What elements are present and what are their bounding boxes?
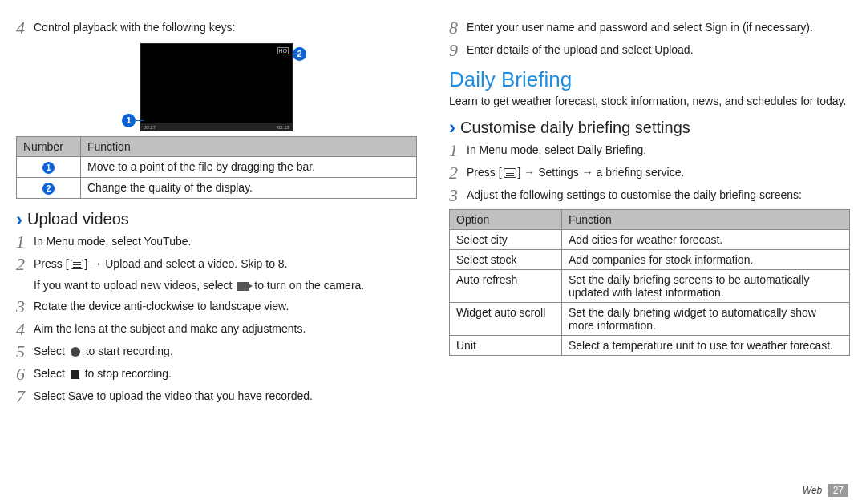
step-8: 8 Enter your user name and password and … bbox=[449, 19, 850, 37]
table-cell: Add cities for weather forecast. bbox=[562, 229, 850, 249]
video-thumbnail-wrap: HQ 00:27 02:13 1 2 bbox=[104, 43, 329, 131]
progress-bar bbox=[141, 123, 292, 131]
step-number: 6 bbox=[16, 365, 34, 383]
table-cell: Select city bbox=[450, 229, 562, 249]
step-text: Aim the lens at the subject and make any… bbox=[34, 321, 306, 337]
table-cell: Move to a point of the file by dragging … bbox=[81, 157, 417, 178]
briefing-settings-table: Option Function Select city Add cities f… bbox=[449, 209, 850, 356]
step-text: Select to start recording. bbox=[34, 343, 173, 359]
step-number: 1 bbox=[449, 142, 467, 159]
playback-keys-table: Number Function 1 Move to a point of the… bbox=[16, 136, 417, 199]
page-number: 27 bbox=[828, 484, 848, 497]
step-number: 9 bbox=[449, 42, 467, 59]
table-cell: Widget auto scroll bbox=[450, 302, 562, 335]
step-2-note: If you want to upload new videos, select… bbox=[34, 278, 417, 293]
table-head-number: Number bbox=[17, 137, 81, 157]
section-label: Web bbox=[803, 485, 822, 496]
step-text: Rotate the device anti-clockwise to land… bbox=[34, 298, 289, 314]
camera-icon bbox=[237, 282, 249, 291]
page: 4 Control playback with the following ke… bbox=[0, 0, 866, 504]
table-row: Select stock Add companies for stock inf… bbox=[450, 249, 850, 269]
step-3: 3 Rotate the device anti-clockwise to la… bbox=[16, 298, 417, 316]
table-cell: Auto refresh bbox=[450, 269, 562, 302]
record-icon bbox=[71, 347, 80, 357]
step-number: 8 bbox=[449, 19, 467, 37]
step-number: 1 bbox=[16, 233, 34, 251]
step-number: 4 bbox=[16, 321, 34, 338]
table-cell: Change the quality of the display. bbox=[81, 178, 417, 199]
right-column: 8 Enter your user name and password and … bbox=[449, 14, 850, 494]
table-head-option: Option bbox=[450, 209, 562, 229]
menu-icon bbox=[504, 168, 516, 178]
db-step-1: 1 In Menu mode, select Daily Briefing. bbox=[449, 142, 850, 159]
step-4-playback: 4 Control playback with the following ke… bbox=[16, 19, 417, 37]
step-1: 1 In Menu mode, select YouTube. bbox=[16, 233, 417, 251]
daily-briefing-intro: Learn to get weather forecast, stock inf… bbox=[449, 94, 850, 109]
step-text: Enter details of the upload and select U… bbox=[467, 42, 694, 58]
step-text: Enter your user name and password and se… bbox=[467, 19, 813, 35]
step-5: 5 Select to start recording. bbox=[16, 343, 417, 361]
table-row: Unit Select a temperature unit to use fo… bbox=[450, 335, 850, 355]
table-cell: Add companies for stock information. bbox=[562, 249, 850, 269]
daily-briefing-heading: Daily Briefing bbox=[449, 67, 850, 92]
step-text: In Menu mode, select Daily Briefing. bbox=[467, 142, 646, 158]
callout-2: 2 bbox=[293, 47, 306, 61]
step-number: 2 bbox=[16, 256, 34, 273]
menu-icon bbox=[71, 260, 83, 269]
video-thumbnail: HQ 00:27 02:13 bbox=[140, 43, 293, 131]
stop-icon bbox=[71, 370, 79, 379]
step-text: Select to stop recording. bbox=[34, 365, 172, 381]
step-2: 2 Press [] → Upload and select a video. … bbox=[16, 256, 417, 273]
table-cell: Set the daily briefing screens to be aut… bbox=[562, 269, 850, 302]
table-cell: 1 bbox=[17, 157, 81, 178]
db-step-3: 3 Adjust the following settings to custo… bbox=[449, 187, 850, 204]
step-9: 9 Enter details of the upload and select… bbox=[449, 42, 850, 59]
table-head-function: Function bbox=[81, 137, 417, 157]
step-number: 3 bbox=[16, 298, 34, 316]
time-elapsed: 00:27 bbox=[144, 125, 156, 130]
table-cell: Unit bbox=[450, 335, 562, 355]
step-text: Adjust the following settings to customi… bbox=[467, 187, 802, 203]
page-footer: Web 27 bbox=[803, 485, 848, 496]
step-number: 5 bbox=[16, 343, 34, 361]
step-number: 3 bbox=[449, 187, 467, 204]
left-column: 4 Control playback with the following ke… bbox=[16, 14, 417, 494]
step-text: Control playback with the following keys… bbox=[34, 19, 235, 35]
table-cell: Set the daily briefing widget to automat… bbox=[562, 302, 850, 335]
step-text: In Menu mode, select YouTube. bbox=[34, 233, 191, 249]
table-row: 1 Move to a point of the file by draggin… bbox=[17, 157, 417, 178]
table-row: Widget auto scroll Set the daily briefin… bbox=[450, 302, 850, 335]
step-text: Press [] → Upload and select a video. Sk… bbox=[34, 256, 288, 272]
callout-line-2 bbox=[282, 54, 293, 54]
table-cell: 2 bbox=[17, 178, 81, 199]
time-total: 02:13 bbox=[277, 125, 289, 130]
step-text: Select Save to upload the video that you… bbox=[34, 388, 313, 404]
customise-heading: Customise daily briefing settings bbox=[449, 119, 850, 137]
step-4: 4 Aim the lens at the subject and make a… bbox=[16, 321, 417, 338]
table-row: 2 Change the quality of the display. bbox=[17, 178, 417, 199]
table-cell: Select a temperature unit to use for wea… bbox=[562, 335, 850, 355]
table-row: Select city Add cities for weather forec… bbox=[450, 229, 850, 249]
table-row: Auto refresh Set the daily briefing scre… bbox=[450, 269, 850, 302]
step-number: 4 bbox=[16, 19, 34, 37]
step-text: Press [] → Settings → a briefing service… bbox=[467, 164, 684, 180]
upload-videos-heading: Upload videos bbox=[16, 210, 417, 228]
step-6: 6 Select to stop recording. bbox=[16, 365, 417, 383]
callout-1: 1 bbox=[122, 114, 136, 127]
step-number: 7 bbox=[16, 388, 34, 405]
table-head-function: Function bbox=[562, 209, 850, 229]
step-number: 2 bbox=[449, 164, 467, 182]
step-7: 7 Select Save to upload the video that y… bbox=[16, 388, 417, 405]
callout-line-1 bbox=[136, 120, 144, 121]
table-cell: Select stock bbox=[450, 249, 562, 269]
db-step-2: 2 Press [] → Settings → a briefing servi… bbox=[449, 164, 850, 182]
